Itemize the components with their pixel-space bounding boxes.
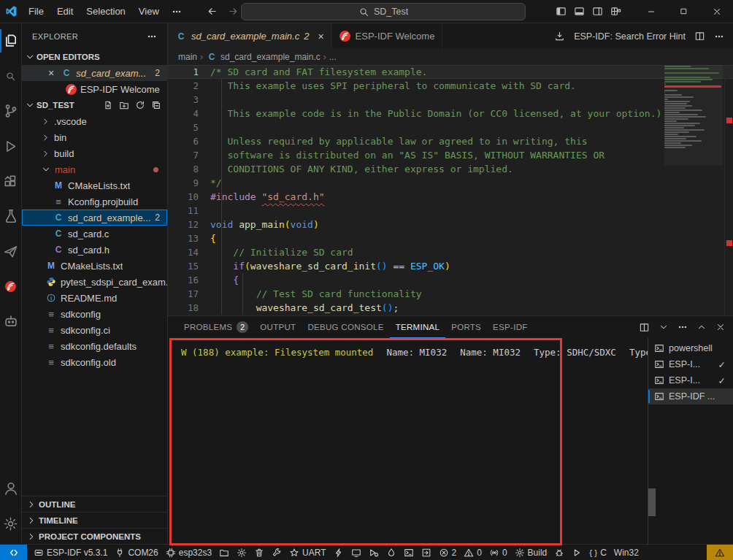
status-remote[interactable] xyxy=(0,545,27,560)
maximize-panel-icon[interactable] xyxy=(696,322,707,332)
tree-item-build[interactable]: build xyxy=(22,145,167,161)
tree-item-sdkconfig-ci[interactable]: ≡sdkconfig.ci xyxy=(22,322,167,338)
maximize-button[interactable] xyxy=(667,0,700,23)
panel-tab-terminal[interactable]: TERMINAL xyxy=(390,316,446,338)
menu-selection[interactable]: Selection xyxy=(80,1,131,23)
code-editor[interactable]: 1/* SD card and FAT filesystem example.2… xyxy=(168,65,733,315)
open-editor-item[interactable]: ×Csd_card_exam...2 xyxy=(22,65,167,81)
tree-item--vscode[interactable]: .vscode xyxy=(22,113,167,129)
menu-file[interactable]: File xyxy=(22,1,50,23)
tree-item-sd-card-c[interactable]: Csd_card.c xyxy=(22,226,167,242)
breadcrumb[interactable]: main›Csd_card_example_main.c›... xyxy=(168,49,733,65)
status-esp-idf-version[interactable]: ESP-IDF v5.3.1 xyxy=(30,545,111,560)
menu-view[interactable]: View xyxy=(132,1,166,23)
tab-sd-card-example-main-c[interactable]: Csd_card_example_main.c2× xyxy=(168,23,332,49)
editor-more-actions-icon[interactable] xyxy=(714,31,724,42)
terminal-list-item[interactable]: ESP-I...✓ xyxy=(648,372,733,388)
tree-item-pytest-sdspi-card-exam-[interactable]: pytest_sdspi_card_exam... xyxy=(22,274,167,290)
toggle-secondary-sidebar-icon[interactable] xyxy=(592,6,603,17)
tree-item-cmakelists-txt[interactable]: MCMakeLists.txt xyxy=(22,258,167,274)
panel-more-actions-icon[interactable] xyxy=(678,322,688,332)
breadcrumb-item[interactable]: ... xyxy=(329,52,337,62)
status-platform[interactable]: Win32 xyxy=(610,545,642,560)
search-error-hint-label[interactable]: ESP-IDF: Search Error Hint xyxy=(574,31,686,42)
status-debug-device[interactable] xyxy=(365,545,383,560)
status-device-target[interactable]: esp32s3 xyxy=(162,545,215,560)
customize-layout-icon[interactable] xyxy=(610,6,621,17)
open-editors-header[interactable]: OPEN EDITORS xyxy=(22,49,167,65)
refresh-icon[interactable] xyxy=(135,100,145,110)
close-editor-icon[interactable]: × xyxy=(48,67,54,79)
activity-espressif-icon[interactable] xyxy=(0,269,22,304)
tab-esp-idf-welcome[interactable]: ESP-IDF Welcome xyxy=(332,23,443,49)
activity-paper-plane-icon[interactable] xyxy=(0,234,22,269)
status-build-flash-monitor[interactable] xyxy=(383,545,400,560)
tree-item-sd-card-h[interactable]: Csd_card.h xyxy=(22,242,167,258)
status-cmake-build[interactable]: Build xyxy=(511,545,551,560)
tree-item-sdkconfig-old[interactable]: ≡sdkconfig.old xyxy=(22,354,167,370)
toggle-panel-icon[interactable] xyxy=(574,6,585,17)
tree-item-sdkconfig-defaults[interactable]: ≡sdkconfig.defaults xyxy=(22,338,167,354)
activity-testing-icon[interactable] xyxy=(0,199,22,234)
new-folder-icon[interactable] xyxy=(119,100,129,110)
search-error-hint-icon[interactable] xyxy=(554,31,565,42)
panel-tab-output[interactable]: OUTPUT xyxy=(254,316,302,338)
breadcrumb-item[interactable]: main xyxy=(178,52,197,62)
project-section-header[interactable]: SD_TEST xyxy=(22,97,167,113)
status-run-task[interactable] xyxy=(568,545,586,560)
activity-source-control-icon[interactable] xyxy=(0,93,22,129)
status-language-mode[interactable]: { }C xyxy=(586,545,610,560)
toggle-sidebar-icon[interactable] xyxy=(556,6,567,17)
status-ports-count[interactable]: 0 xyxy=(486,545,511,560)
activity-account-icon[interactable] xyxy=(0,471,22,506)
activity-bot-icon[interactable] xyxy=(0,304,22,339)
status-problems-errors[interactable]: 2 xyxy=(435,545,461,560)
minimize-button[interactable] xyxy=(634,0,667,23)
activity-settings-gear-icon[interactable] xyxy=(0,506,22,541)
activity-explorer-icon[interactable] xyxy=(0,23,22,58)
tree-item-cmakelists-txt[interactable]: MCMakeLists.txt xyxy=(22,177,167,193)
menu-edit[interactable]: Edit xyxy=(50,1,80,23)
section-outline[interactable]: OUTLINE xyxy=(22,496,167,512)
vscode-logo-icon[interactable] xyxy=(0,5,22,18)
tree-item-readme-md[interactable]: README.md xyxy=(22,290,167,306)
panel-tab-ports[interactable]: PORTS xyxy=(445,316,487,338)
status-serial-port[interactable]: COM26 xyxy=(111,545,161,560)
activity-search-icon[interactable] xyxy=(0,58,22,93)
split-editor-icon[interactable] xyxy=(694,31,705,42)
status-notifications-warning[interactable] xyxy=(707,545,733,560)
status-full-clean[interactable] xyxy=(250,545,268,560)
terminal-output[interactable]: W (188) example: Filesystem mountedName:… xyxy=(168,338,648,544)
terminal-list-item[interactable]: powershell xyxy=(648,340,733,356)
close-tab-icon[interactable]: × xyxy=(318,31,323,42)
tree-item-sd-card-example-[interactable]: Csd_card_example...2 xyxy=(22,210,167,226)
minimap[interactable] xyxy=(664,65,723,315)
tree-item-main[interactable]: main xyxy=(22,161,167,177)
activity-run-debug-icon[interactable] xyxy=(0,129,22,164)
status-monitor-method[interactable]: UART xyxy=(285,545,329,560)
open-editor-item[interactable]: ESP-IDF Welcome xyxy=(22,81,167,97)
status-flash-method[interactable] xyxy=(215,545,233,560)
breadcrumb-item[interactable]: sd_card_example_main.c xyxy=(220,52,321,62)
menu-overflow-icon[interactable] xyxy=(166,7,188,17)
status-problems-warnings[interactable]: 0 xyxy=(460,545,486,560)
new-file-icon[interactable] xyxy=(103,100,113,110)
close-button[interactable] xyxy=(700,0,733,23)
nav-forward-icon[interactable] xyxy=(228,6,239,17)
section-project-components[interactable]: PROJECT COMPONENTS xyxy=(22,528,167,544)
explorer-more-icon[interactable] xyxy=(147,31,157,42)
close-panel-icon[interactable] xyxy=(715,322,726,332)
status-flash[interactable] xyxy=(330,545,348,560)
status-build-tool[interactable] xyxy=(268,545,285,560)
panel-tab-debug-console[interactable]: DEBUG CONSOLE xyxy=(302,316,389,338)
command-center-search[interactable]: SD_Test xyxy=(241,3,526,20)
panel-tab-problems[interactable]: PROBLEMS2 xyxy=(178,316,254,338)
status-monitor[interactable] xyxy=(348,545,365,560)
collapse-all-icon[interactable] xyxy=(151,100,161,110)
section-timeline[interactable]: TIMELINE xyxy=(22,512,167,528)
tree-item-kconfig-projbuild[interactable]: ≡Kconfig.projbuild xyxy=(22,193,167,210)
tree-item-bin[interactable]: bin xyxy=(22,129,167,145)
terminal-list-item[interactable]: ESP-IDF ... xyxy=(648,388,733,404)
activity-extensions-icon[interactable] xyxy=(0,164,22,199)
terminal-list-item[interactable]: ESP-I...✓ xyxy=(648,356,733,372)
